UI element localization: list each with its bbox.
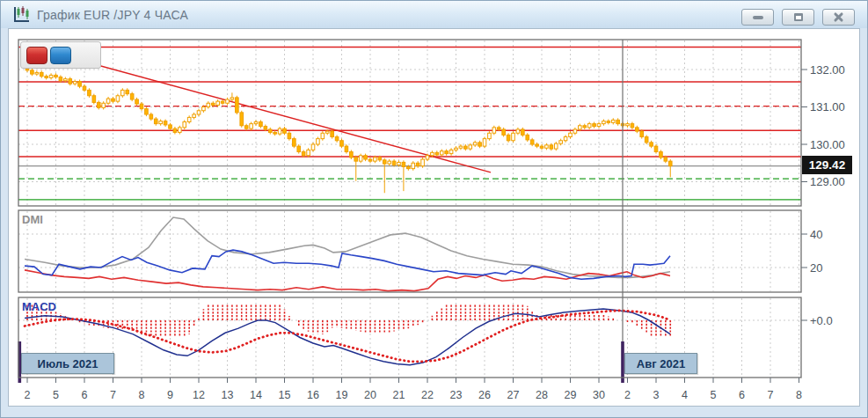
app-window: { "window": { "title": "График EUR /JPY … <box>0 0 868 418</box>
month-label-august: Авг 2021 <box>624 353 697 374</box>
window-title: График EUR /JPY 4 ЧАСА <box>37 8 188 22</box>
window-controls <box>741 9 855 26</box>
close-button[interactable] <box>822 9 855 26</box>
macd-panel-label: MACD <box>22 300 56 313</box>
chart-client-area <box>8 28 860 407</box>
restore-icon <box>794 13 803 21</box>
order-toolbar <box>20 41 101 69</box>
close-icon <box>833 12 844 22</box>
minimize-icon <box>753 16 763 19</box>
current-price-marker: 129.42 <box>802 156 852 174</box>
month-label-july: Июль 2021 <box>21 353 114 374</box>
sell-button[interactable] <box>26 47 47 64</box>
candlestick-chart-icon <box>11 5 31 25</box>
buy-button[interactable] <box>50 47 71 64</box>
minimize-button[interactable] <box>741 9 774 26</box>
dmi-panel-label: DMI <box>22 213 43 226</box>
title-bar[interactable]: График EUR /JPY 4 ЧАСА <box>1 1 867 28</box>
restore-button[interactable] <box>782 9 814 26</box>
